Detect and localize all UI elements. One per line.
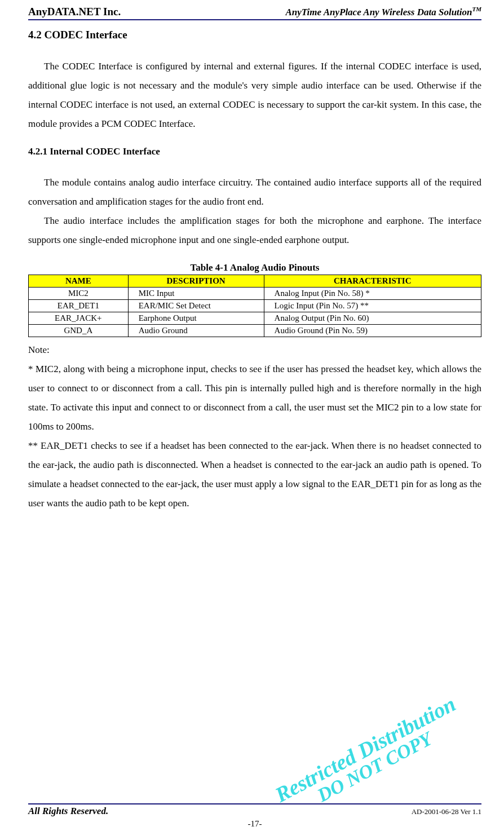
th-characteristic: CHARACTERISTIC	[264, 275, 481, 288]
footer-left: All Rights Reserved.	[28, 806, 108, 817]
cell-char: Logic Input (Pin No. 57) **	[264, 300, 481, 312]
cell-char: Audio Ground (Pin No. 59)	[264, 325, 481, 337]
th-description: DESCRIPTION	[128, 275, 264, 288]
cell-name: EAR_JACK+	[29, 312, 129, 325]
th-name: NAME	[29, 275, 129, 288]
company-name: AnyDATA.NET Inc.	[28, 6, 121, 18]
cell-desc: Earphone Output	[128, 312, 264, 325]
paragraph-intro: The CODEC Interface is configured by int…	[28, 57, 481, 134]
cell-desc: MIC Input	[128, 288, 264, 300]
cell-name: GND_A	[29, 325, 129, 337]
table-row: EAR_DET1 EAR/MIC Set Detect Logic Input …	[29, 300, 481, 312]
page-footer: All Rights Reserved. AD-2001-06-28 Ver 1…	[28, 803, 481, 829]
page-header: AnyDATA.NET Inc. AnyTime AnyPlace Any Wi…	[28, 6, 481, 20]
note-2: ** EAR_DET1 checks to see if a headset h…	[28, 436, 481, 513]
footer-page-number: -17-	[28, 819, 481, 829]
sub-heading: 4.2.1 Internal CODEC Interface	[28, 146, 481, 157]
cell-char: Analog Output (Pin No. 60)	[264, 312, 481, 325]
table-row: GND_A Audio Ground Audio Ground (Pin No.…	[29, 325, 481, 337]
tagline-text: AnyTime AnyPlace Any Wireless Data Solut…	[285, 7, 472, 17]
paragraph-3: The audio interface includes the amplifi…	[28, 211, 481, 250]
cell-desc: EAR/MIC Set Detect	[128, 300, 264, 312]
table-row: EAR_JACK+ Earphone Output Analog Output …	[29, 312, 481, 325]
note-label: Note:	[28, 341, 481, 360]
tagline-tm: TM	[472, 6, 482, 12]
table-caption: Table 4-1 Analog Audio Pinouts	[28, 262, 481, 273]
watermark-line1: Restricted Distribution	[272, 693, 459, 806]
table-header-row: NAME DESCRIPTION CHARACTERISTIC	[29, 275, 481, 288]
audio-pinouts-table: NAME DESCRIPTION CHARACTERISTIC MIC2 MIC…	[28, 275, 481, 337]
cell-desc: Audio Ground	[128, 325, 264, 337]
table-row: MIC2 MIC Input Analog Input (Pin No. 58)…	[29, 288, 481, 300]
section-heading: 4.2 CODEC Interface	[28, 29, 481, 41]
tagline: AnyTime AnyPlace Any Wireless Data Solut…	[285, 6, 481, 18]
cell-name: EAR_DET1	[29, 300, 129, 312]
cell-char: Analog Input (Pin No. 58) *	[264, 288, 481, 300]
footer-right: AD-2001-06-28 Ver 1.1	[412, 807, 481, 816]
footer-rule	[28, 803, 481, 804]
note-1: * MIC2, along with being a microphone in…	[28, 360, 481, 436]
cell-name: MIC2	[29, 288, 129, 300]
paragraph-2: The module contains analog audio interfa…	[28, 173, 481, 211]
